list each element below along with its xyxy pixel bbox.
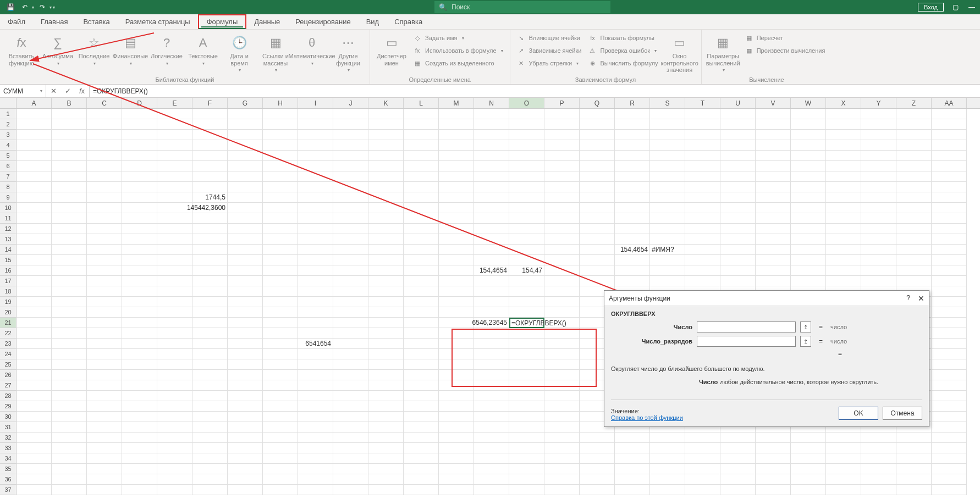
cell-A4[interactable] xyxy=(16,140,52,151)
cell-F24[interactable] xyxy=(192,349,228,359)
cell-A25[interactable] xyxy=(16,359,52,370)
cell-N8[interactable] xyxy=(474,182,509,192)
cell-X3[interactable] xyxy=(826,130,861,140)
cell-I31[interactable] xyxy=(298,422,333,433)
cell-S14[interactable]: #ИМЯ? xyxy=(650,245,685,255)
cell-Q11[interactable] xyxy=(580,213,615,224)
cell-X2[interactable] xyxy=(826,119,861,130)
cell-B13[interactable] xyxy=(52,234,87,245)
cancel-formula-button[interactable]: ✕ xyxy=(46,87,60,95)
cell-F23[interactable] xyxy=(192,339,228,349)
cell-B35[interactable] xyxy=(52,464,87,474)
cell-X7[interactable] xyxy=(826,171,861,182)
cell-O34[interactable] xyxy=(509,453,544,464)
autosum-button[interactable]: ∑Автосумма▾ xyxy=(41,32,75,66)
cell-Z36[interactable] xyxy=(896,474,932,485)
cell-O26[interactable] xyxy=(509,370,544,380)
cell-L3[interactable] xyxy=(404,130,439,140)
cell-P3[interactable] xyxy=(544,130,580,140)
cell-X8[interactable] xyxy=(826,182,861,192)
col-header-B[interactable]: B xyxy=(52,98,87,108)
cell-T32[interactable] xyxy=(685,433,720,443)
cell-B10[interactable] xyxy=(52,203,87,213)
cell-Y5[interactable] xyxy=(861,151,896,161)
cell-W35[interactable] xyxy=(791,464,826,474)
cell-W10[interactable] xyxy=(791,203,826,213)
cell-M4[interactable] xyxy=(439,140,474,151)
cell-F15[interactable] xyxy=(192,255,228,265)
cell-B29[interactable] xyxy=(52,401,87,412)
cell-F9[interactable]: 1744,5 xyxy=(192,192,228,203)
cell-A2[interactable] xyxy=(16,119,52,130)
cell-R6[interactable] xyxy=(615,161,650,171)
cell-P5[interactable] xyxy=(544,151,580,161)
col-header-G[interactable]: G xyxy=(228,98,263,108)
cell-K25[interactable] xyxy=(368,359,404,370)
cell-U14[interactable] xyxy=(720,245,756,255)
cell-O20[interactable] xyxy=(509,307,544,318)
cell-E21[interactable] xyxy=(157,318,192,328)
cell-I17[interactable] xyxy=(298,276,333,286)
cell-D36[interactable] xyxy=(122,474,157,485)
cell-O2[interactable] xyxy=(509,119,544,130)
cell-Y4[interactable] xyxy=(861,140,896,151)
cell-K5[interactable] xyxy=(368,151,404,161)
cell-AA8[interactable] xyxy=(932,182,967,192)
cell-A21[interactable] xyxy=(16,318,52,328)
cell-T10[interactable] xyxy=(685,203,720,213)
cell-Y32[interactable] xyxy=(861,433,896,443)
cell-L33[interactable] xyxy=(404,443,439,453)
cell-C27[interactable] xyxy=(87,380,122,391)
cell-Q14[interactable] xyxy=(580,245,615,255)
cell-T9[interactable] xyxy=(685,192,720,203)
cell-M5[interactable] xyxy=(439,151,474,161)
cell-R14[interactable]: 154,4654 xyxy=(615,245,650,255)
row-header-33[interactable]: 33 xyxy=(0,443,16,453)
cell-AA33[interactable] xyxy=(932,443,967,453)
cell-H30[interactable] xyxy=(263,412,298,422)
cell-R11[interactable] xyxy=(615,213,650,224)
cell-P33[interactable] xyxy=(544,443,580,453)
cell-K11[interactable] xyxy=(368,213,404,224)
cell-U8[interactable] xyxy=(720,182,756,192)
cell-D7[interactable] xyxy=(122,171,157,182)
cell-D21[interactable] xyxy=(122,318,157,328)
cell-A24[interactable] xyxy=(16,349,52,359)
cell-F36[interactable] xyxy=(192,474,228,485)
cell-E15[interactable] xyxy=(157,255,192,265)
row-header-17[interactable]: 17 xyxy=(0,276,16,286)
cell-L8[interactable] xyxy=(404,182,439,192)
cell-K26[interactable] xyxy=(368,370,404,380)
cell-G23[interactable] xyxy=(228,339,263,349)
cell-M19[interactable] xyxy=(439,297,474,307)
cell-I12[interactable] xyxy=(298,224,333,234)
cell-AA12[interactable] xyxy=(932,224,967,234)
cell-U4[interactable] xyxy=(720,140,756,151)
cell-I21[interactable] xyxy=(298,318,333,328)
cell-H9[interactable] xyxy=(263,192,298,203)
cell-X36[interactable] xyxy=(826,474,861,485)
cell-N31[interactable] xyxy=(474,422,509,433)
cell-J23[interactable] xyxy=(333,339,368,349)
cell-M37[interactable] xyxy=(439,485,474,495)
col-header-Y[interactable]: Y xyxy=(861,98,896,108)
cell-G14[interactable] xyxy=(228,245,263,255)
cell-Y35[interactable] xyxy=(861,464,896,474)
cell-D23[interactable] xyxy=(122,339,157,349)
cell-I15[interactable] xyxy=(298,255,333,265)
cell-Q5[interactable] xyxy=(580,151,615,161)
col-header-Q[interactable]: Q xyxy=(580,98,615,108)
cell-G37[interactable] xyxy=(228,485,263,495)
cell-K31[interactable] xyxy=(368,422,404,433)
cell-Q13[interactable] xyxy=(580,234,615,245)
cell-C19[interactable] xyxy=(87,297,122,307)
cell-Q10[interactable] xyxy=(580,203,615,213)
cell-T7[interactable] xyxy=(685,171,720,182)
cell-M31[interactable] xyxy=(439,422,474,433)
cell-T13[interactable] xyxy=(685,234,720,245)
cell-M14[interactable] xyxy=(439,245,474,255)
cell-I2[interactable] xyxy=(298,119,333,130)
cell-R7[interactable] xyxy=(615,171,650,182)
cell-S16[interactable] xyxy=(650,265,685,276)
row-header-4[interactable]: 4 xyxy=(0,140,16,151)
